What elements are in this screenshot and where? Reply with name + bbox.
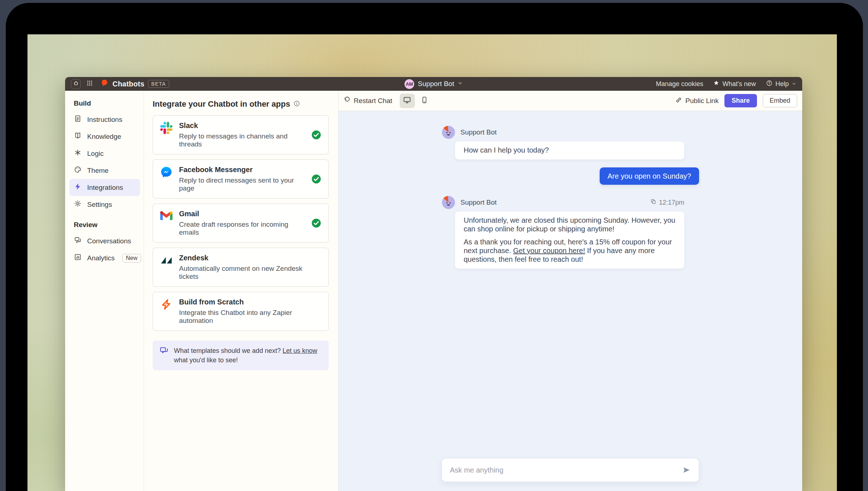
gmail-logo-icon: [160, 210, 173, 236]
bot-name-label: Support Bot: [460, 128, 497, 136]
connected-check-icon: [311, 174, 321, 184]
user-message-row: Are you open on Sunday?: [442, 167, 699, 185]
palette-icon: [74, 166, 82, 175]
card-title: Facebook Messenger: [179, 166, 307, 174]
sidebar-item-label: Theme: [87, 167, 109, 175]
sidebar-item-settings[interactable]: Settings: [69, 196, 140, 213]
bot-switcher[interactable]: AM Support Bot: [404, 79, 463, 89]
app-body: Build Instructions Knowledge Logic: [65, 91, 802, 491]
sidebar-item-label: Integrations: [87, 184, 123, 192]
integration-card-slack[interactable]: Slack Reply to messages in channels and …: [153, 115, 329, 154]
chat-preview-panel: Restart Chat: [339, 91, 802, 491]
sidebar-item-integrations[interactable]: Integrations: [69, 179, 140, 196]
mobile-view-button[interactable]: [417, 94, 432, 108]
card-title: Zendesk: [179, 254, 307, 262]
card-description: Integrate this Chatbot into any Zapier a…: [179, 309, 307, 325]
chat-toolbar-right: Public Link Share Embed: [675, 94, 797, 107]
templates-note-text: What templates should we add next? Let u…: [174, 346, 322, 365]
message-timestamp: 12:17pm: [659, 199, 684, 206]
sidebar-section-build: Build: [74, 99, 140, 107]
bot-message-bubble: How can I help you today?: [455, 141, 684, 159]
bot-message-text: Unfortunately, we are closed this upcomi…: [464, 216, 676, 233]
sidebar-item-logic[interactable]: Logic: [69, 145, 140, 162]
card-description: Automatically comment on new Zendesk tic…: [179, 265, 307, 281]
integration-card-zendesk[interactable]: Zendesk Automatically comment on new Zen…: [153, 248, 329, 287]
embed-button[interactable]: Embed: [763, 94, 797, 107]
beta-badge: BETA: [148, 80, 169, 88]
coupon-link[interactable]: Get your coupon here!: [513, 247, 585, 255]
bot-message-text: As a thank you for reaching out, here's …: [464, 238, 676, 264]
copy-icon[interactable]: [650, 198, 656, 206]
chevron-down-icon: [458, 81, 463, 87]
user-message-bubble: Are you open on Sunday?: [600, 167, 699, 185]
chat-toolbar: Restart Chat: [339, 91, 802, 111]
manage-cookies-link[interactable]: Manage cookies: [656, 80, 703, 88]
book-icon: [74, 132, 82, 141]
sidebar-item-theme[interactable]: Theme: [69, 162, 140, 179]
zapier-bolt-icon: [160, 298, 173, 325]
sidebar-item-analytics[interactable]: Analytics New: [69, 249, 140, 266]
gear-icon: [74, 200, 82, 209]
bot-message-bubble: Unfortunately, we are closed this upcomi…: [455, 212, 684, 269]
connected-check-icon: [311, 130, 321, 140]
messenger-logo-icon: [160, 166, 173, 192]
sidebar: Build Instructions Knowledge Logic: [65, 91, 144, 491]
chat-message-input[interactable]: [450, 466, 677, 474]
integration-card-facebook-messenger[interactable]: Facebook Messenger Reply to direct messa…: [153, 159, 329, 198]
integration-cards: Slack Reply to messages in channels and …: [153, 115, 329, 331]
top-bar-right: Manage cookies What's new Help: [656, 80, 796, 88]
sidebar-item-knowledge[interactable]: Knowledge: [69, 128, 140, 145]
bot-name-label: Support Bot: [460, 198, 497, 206]
integration-card-gmail[interactable]: Gmail Create draft responses for incomin…: [153, 204, 329, 243]
restart-icon: [344, 97, 350, 105]
note-text-after: what you'd like to see!: [174, 356, 238, 364]
sidebar-item-conversations[interactable]: Conversations: [69, 232, 140, 249]
sidebar-item-label: Logic: [87, 150, 103, 158]
monitor-icon: [403, 96, 411, 106]
public-link-button[interactable]: Public Link: [675, 97, 719, 105]
account-avatar: AM: [404, 79, 414, 89]
sidebar-item-instructions[interactable]: Instructions: [69, 111, 140, 128]
asterisk-icon: [74, 149, 82, 158]
conversations-icon: [74, 236, 82, 246]
info-icon[interactable]: [293, 100, 300, 108]
restart-chat-label: Restart Chat: [354, 97, 392, 105]
card-title: Gmail: [179, 210, 307, 218]
card-description: Create draft responses for incoming emai…: [179, 221, 307, 236]
bot-message-header: Support Bot 12:17pm: [442, 196, 699, 209]
card-title: Slack: [179, 121, 307, 130]
device-toggle: [400, 94, 432, 108]
feedback-chat-icon: [159, 346, 169, 365]
integration-card-build-from-scratch[interactable]: Build from Scratch Integrate this Chatbo…: [153, 292, 329, 331]
product-name: Chatbots: [112, 80, 144, 88]
help-label: Help: [775, 80, 789, 88]
integrations-title: Integrate your Chatbot in other apps: [153, 99, 290, 109]
home-icon: [73, 80, 79, 87]
let-us-know-link[interactable]: Let us know: [282, 347, 317, 354]
bot-avatar: [442, 125, 455, 139]
grid-icon: [86, 80, 93, 88]
chat-body: Support Bot How can I help you today? Ar…: [339, 111, 802, 491]
templates-note: What templates should we add next? Let u…: [153, 341, 329, 370]
phone-icon: [421, 96, 428, 105]
send-button[interactable]: [682, 466, 691, 474]
desktop-view-button[interactable]: [400, 94, 415, 108]
home-button[interactable]: [71, 79, 81, 89]
share-button[interactable]: Share: [724, 94, 757, 107]
bar-chart-icon: [74, 253, 82, 263]
chatbots-logo-icon: [100, 79, 109, 89]
message-meta: 12:17pm: [650, 198, 684, 206]
chevron-down-icon: [792, 80, 796, 88]
restart-chat-button[interactable]: Restart Chat: [344, 97, 392, 105]
new-badge: New: [122, 254, 141, 262]
whats-new-link[interactable]: What's new: [713, 80, 756, 88]
link-icon: [675, 97, 682, 105]
sidebar-item-label: Instructions: [87, 116, 122, 124]
app-grid-button[interactable]: [86, 80, 93, 88]
help-menu[interactable]: Help: [766, 80, 796, 88]
integrations-panel: Integrate your Chatbot in other apps Sla…: [144, 91, 339, 491]
top-bar: Chatbots BETA AM Support Bot Manage cook…: [65, 77, 802, 91]
device-mockup: Chatbots BETA AM Support Bot Manage cook…: [0, 0, 868, 491]
bot-message-header: Support Bot: [442, 125, 699, 139]
desktop-wallpaper: Chatbots BETA AM Support Bot Manage cook…: [27, 34, 837, 491]
